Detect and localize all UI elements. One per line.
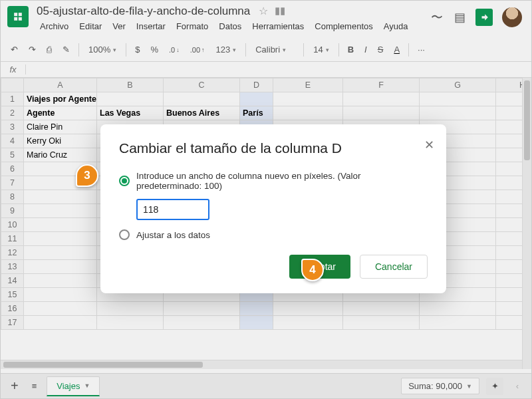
- select-all-corner[interactable]: [1, 78, 24, 92]
- radio-enter-width[interactable]: [119, 176, 130, 186]
- column-header[interactable]: G: [420, 78, 496, 92]
- increase-decimal-button[interactable]: .00↑: [187, 44, 208, 56]
- explore-button[interactable]: ✦: [486, 378, 503, 395]
- cell[interactable]: [273, 302, 343, 316]
- cell[interactable]: [24, 190, 97, 204]
- menu-format[interactable]: Formato: [172, 19, 213, 33]
- row-header[interactable]: 9: [1, 204, 24, 218]
- font-dropdown[interactable]: Calibri: [251, 43, 298, 57]
- decrease-decimal-button[interactable]: .0↓: [166, 44, 183, 56]
- horizontal-scrollbar[interactable]: [1, 360, 522, 369]
- zoom-dropdown[interactable]: 100%: [84, 43, 120, 57]
- cell[interactable]: Claire Pin: [24, 120, 97, 134]
- paint-format-icon[interactable]: ✎: [59, 43, 73, 57]
- italic-button[interactable]: I: [361, 43, 370, 57]
- cell[interactable]: [240, 92, 273, 106]
- cell[interactable]: [97, 92, 164, 106]
- cell[interactable]: [24, 302, 97, 316]
- cell[interactable]: [273, 106, 343, 120]
- currency-button[interactable]: $: [132, 43, 143, 57]
- row-header[interactable]: 6: [1, 162, 24, 176]
- sheet-tab-viajes[interactable]: Viajes▼: [47, 376, 100, 396]
- add-sheet-button[interactable]: +: [7, 376, 22, 396]
- share-button[interactable]: [475, 9, 493, 26]
- column-width-input[interactable]: [136, 199, 209, 220]
- folder-icon[interactable]: ▮▮: [275, 5, 285, 17]
- strikethrough-button[interactable]: S: [374, 43, 387, 57]
- cell[interactable]: [24, 260, 97, 274]
- row-header[interactable]: 1: [1, 92, 24, 106]
- row-header[interactable]: 11: [1, 232, 24, 246]
- close-icon[interactable]: ✕: [424, 138, 434, 152]
- undo-icon[interactable]: ↶: [7, 43, 21, 57]
- cell[interactable]: Kerry Oki: [24, 134, 97, 148]
- sheets-logo-icon[interactable]: [7, 6, 29, 27]
- document-name[interactable]: 05-ajustar-alto-de-fila-y-ancho-de-colum…: [35, 3, 251, 19]
- cell[interactable]: Agente: [24, 106, 97, 120]
- radio-fit-data[interactable]: [119, 229, 130, 240]
- cell[interactable]: [343, 302, 420, 316]
- formula-bar[interactable]: fx: [1, 62, 531, 78]
- comments-icon[interactable]: ▤: [453, 11, 466, 24]
- cell[interactable]: Viajes por Agente y Ciudad: [24, 92, 97, 106]
- cell[interactable]: [420, 106, 496, 120]
- cell[interactable]: [24, 204, 97, 218]
- menu-view[interactable]: Ver: [108, 19, 130, 33]
- column-header[interactable]: E: [273, 78, 343, 92]
- column-header[interactable]: A: [24, 78, 97, 92]
- font-size-dropdown[interactable]: 14: [309, 43, 332, 57]
- row-header[interactable]: 17: [1, 316, 24, 330]
- menu-tools[interactable]: Herramientas: [247, 19, 309, 33]
- activity-icon[interactable]: 〜: [430, 11, 444, 24]
- number-format-dropdown[interactable]: 123: [212, 43, 241, 57]
- cell[interactable]: [24, 288, 97, 302]
- redo-icon[interactable]: ↷: [25, 43, 39, 57]
- cell[interactable]: [273, 92, 343, 106]
- cell[interactable]: [164, 302, 240, 316]
- row-header[interactable]: 16: [1, 302, 24, 316]
- cell[interactable]: [240, 302, 273, 316]
- cell[interactable]: [273, 316, 343, 330]
- cell[interactable]: París: [240, 106, 273, 120]
- row-header[interactable]: 4: [1, 134, 24, 148]
- cell[interactable]: [24, 218, 97, 232]
- all-sheets-button[interactable]: ≡: [29, 379, 41, 393]
- print-icon[interactable]: ⎙: [43, 43, 55, 57]
- row-header[interactable]: 8: [1, 190, 24, 204]
- cell[interactable]: Buenos Aires: [164, 106, 240, 120]
- quicksum-dropdown[interactable]: Suma: 90,000▼: [401, 378, 479, 394]
- menu-help[interactable]: Ayuda: [379, 19, 413, 33]
- account-avatar[interactable]: [502, 7, 522, 27]
- cell[interactable]: Mario Cruz: [24, 148, 97, 162]
- cell[interactable]: [343, 316, 420, 330]
- vertical-scrollbar[interactable]: [522, 78, 531, 369]
- cell[interactable]: Las Vegas: [97, 106, 164, 120]
- column-header[interactable]: C: [164, 78, 240, 92]
- row-header[interactable]: 2: [1, 106, 24, 120]
- row-header[interactable]: 3: [1, 120, 24, 134]
- menu-addons[interactable]: Complementos: [310, 19, 377, 33]
- star-icon[interactable]: ☆: [259, 5, 268, 17]
- cell[interactable]: [420, 92, 496, 106]
- row-header[interactable]: 5: [1, 148, 24, 162]
- cancel-button[interactable]: Cancelar: [360, 255, 428, 279]
- percent-button[interactable]: %: [147, 43, 162, 57]
- more-tools-button[interactable]: ···: [414, 43, 428, 57]
- menu-data[interactable]: Datos: [214, 19, 246, 33]
- column-header[interactable]: D: [240, 78, 273, 92]
- cell[interactable]: [97, 316, 164, 330]
- cell[interactable]: [164, 316, 240, 330]
- row-header[interactable]: 7: [1, 176, 24, 190]
- cell[interactable]: [240, 316, 273, 330]
- row-header[interactable]: 15: [1, 288, 24, 302]
- menu-insert[interactable]: Insertar: [132, 19, 170, 33]
- cell[interactable]: [24, 274, 97, 288]
- cell[interactable]: [164, 92, 240, 106]
- cell[interactable]: [343, 92, 420, 106]
- cell[interactable]: [343, 106, 420, 120]
- menu-file[interactable]: Archivo: [35, 19, 73, 33]
- sidebar-toggle-icon[interactable]: ‹: [510, 381, 525, 391]
- cell[interactable]: [420, 302, 496, 316]
- cell[interactable]: [24, 246, 97, 260]
- cell[interactable]: [420, 316, 496, 330]
